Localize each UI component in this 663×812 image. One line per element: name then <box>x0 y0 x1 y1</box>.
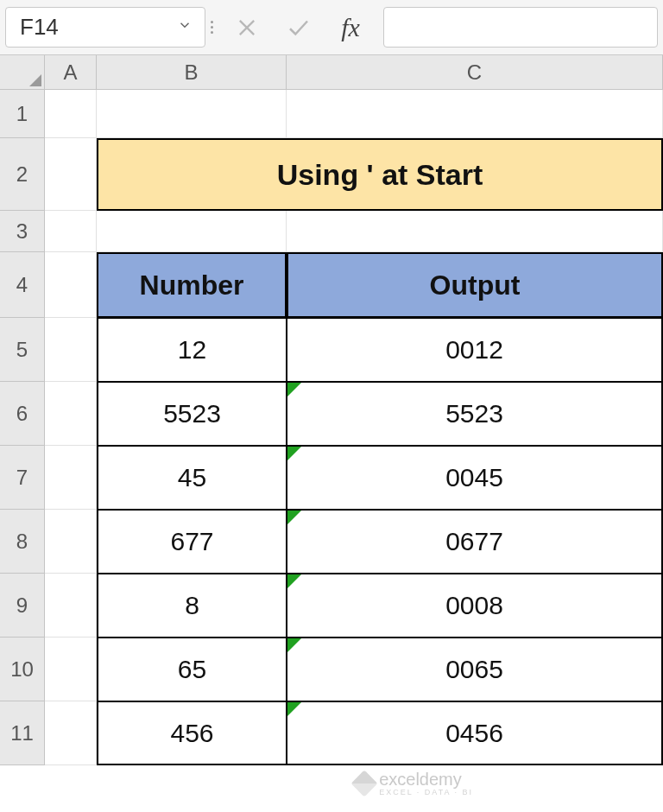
formula-bar-buttons: fx <box>218 0 380 54</box>
error-indicator-icon[interactable] <box>287 574 301 588</box>
cell-value: 0045 <box>445 463 503 492</box>
row-head-8[interactable]: 8 <box>0 510 45 574</box>
row-head-9[interactable]: 9 <box>0 574 45 638</box>
error-indicator-icon[interactable] <box>287 638 301 652</box>
col-head-b[interactable]: B <box>97 55 287 90</box>
enter-icon <box>273 0 325 54</box>
cell-a6[interactable] <box>45 382 97 446</box>
cell-a10[interactable] <box>45 638 97 701</box>
cell-a5[interactable] <box>45 318 97 382</box>
cell-c5[interactable]: 0012 <box>287 318 663 382</box>
select-all-corner[interactable] <box>0 55 45 90</box>
insert-function-button[interactable]: fx <box>325 0 376 54</box>
col-head-c[interactable]: C <box>287 55 663 90</box>
watermark: exceldemy EXCEL · DATA · BI <box>355 770 473 796</box>
cell-value: 0065 <box>445 655 503 684</box>
cell-a8[interactable] <box>45 510 97 574</box>
cell-b11[interactable]: 456 <box>97 701 287 765</box>
cell-value: 0456 <box>445 719 503 748</box>
row-head-6[interactable]: 6 <box>0 382 45 446</box>
cell-b10[interactable]: 65 <box>97 638 287 701</box>
row-head-5[interactable]: 5 <box>0 318 45 382</box>
table-header-output[interactable]: Output <box>287 252 663 318</box>
cell-c7[interactable]: 0045 <box>287 446 663 510</box>
cell-c6[interactable]: 5523 <box>287 382 663 446</box>
cell-c10[interactable]: 0065 <box>287 638 663 701</box>
cancel-icon <box>221 0 273 54</box>
row-head-11[interactable]: 11 <box>0 701 45 765</box>
cell-value: 0008 <box>445 591 503 620</box>
title-cell[interactable]: Using ' at Start <box>97 138 663 211</box>
watermark-tag: EXCEL · DATA · BI <box>379 788 473 796</box>
cell-b1[interactable] <box>97 90 287 138</box>
cell-a3[interactable] <box>45 211 97 252</box>
cell-a4[interactable] <box>45 252 97 318</box>
cell-value: 5523 <box>445 399 503 428</box>
cell-a7[interactable] <box>45 446 97 510</box>
cell-b9[interactable]: 8 <box>97 574 287 638</box>
cell-c3[interactable] <box>287 211 663 252</box>
formula-bar: F14 fx <box>0 0 663 55</box>
cell-b8[interactable]: 677 <box>97 510 287 574</box>
cell-c1[interactable] <box>287 90 663 138</box>
col-head-a[interactable]: A <box>45 55 97 90</box>
row-head-10[interactable]: 10 <box>0 638 45 701</box>
cell-b3[interactable] <box>97 211 287 252</box>
spreadsheet-grid: A B C 1 2 Using ' at Start 3 4 Number Ou… <box>0 55 663 765</box>
formula-bar-grip[interactable] <box>205 0 218 54</box>
cell-reference[interactable]: F14 <box>18 14 172 41</box>
error-indicator-icon[interactable] <box>287 702 301 716</box>
cell-value: 0012 <box>445 335 503 365</box>
cell-a9[interactable] <box>45 574 97 638</box>
name-box[interactable]: F14 <box>5 7 205 48</box>
cell-a1[interactable] <box>45 90 97 138</box>
cell-c11[interactable]: 0456 <box>287 701 663 765</box>
cell-a2[interactable] <box>45 138 97 211</box>
error-indicator-icon[interactable] <box>287 383 301 396</box>
error-indicator-icon[interactable] <box>287 511 301 524</box>
watermark-brand: exceldemy <box>379 770 462 789</box>
row-head-7[interactable]: 7 <box>0 446 45 510</box>
table-header-number[interactable]: Number <box>97 252 287 318</box>
formula-input[interactable] <box>383 7 658 48</box>
error-indicator-icon[interactable] <box>287 447 301 460</box>
cell-c8[interactable]: 0677 <box>287 510 663 574</box>
cell-b5[interactable]: 12 <box>97 318 287 382</box>
row-head-4[interactable]: 4 <box>0 252 45 318</box>
cell-value: 0677 <box>445 527 503 556</box>
cell-b7[interactable]: 45 <box>97 446 287 510</box>
cell-c9[interactable]: 0008 <box>287 574 663 638</box>
watermark-icon <box>351 770 378 796</box>
chevron-down-icon[interactable] <box>172 17 198 37</box>
row-head-2[interactable]: 2 <box>0 138 45 211</box>
cell-a11[interactable] <box>45 701 97 765</box>
cell-b6[interactable]: 5523 <box>97 382 287 446</box>
row-head-3[interactable]: 3 <box>0 211 45 252</box>
row-head-1[interactable]: 1 <box>0 90 45 138</box>
